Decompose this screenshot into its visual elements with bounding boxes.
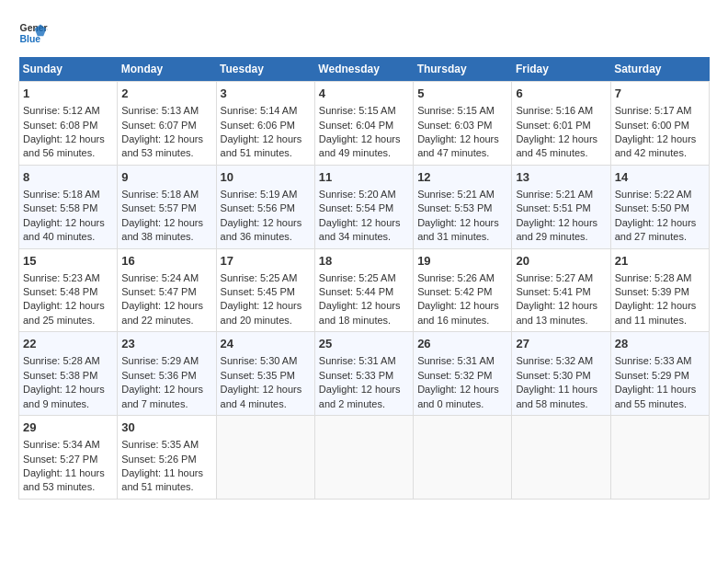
calendar-cell-day-7: 7Sunrise: 5:17 AM Sunset: 6:00 PM Daylig… [610, 82, 709, 166]
calendar-cell-day-17: 17Sunrise: 5:25 AM Sunset: 5:45 PM Dayli… [216, 248, 314, 332]
day-info: Sunrise: 5:28 AM Sunset: 5:39 PM Dayligh… [615, 271, 705, 328]
day-info: Sunrise: 5:35 AM Sunset: 5:26 PM Dayligh… [121, 438, 211, 495]
calendar-cell-day-3: 3Sunrise: 5:14 AM Sunset: 6:06 PM Daylig… [216, 82, 314, 166]
weekday-header-monday: Monday [118, 57, 216, 82]
day-number: 26 [417, 336, 507, 352]
calendar-cell-day-19: 19Sunrise: 5:26 AM Sunset: 5:42 PM Dayli… [414, 248, 512, 332]
day-info: Sunrise: 5:15 AM Sunset: 6:03 PM Dayligh… [417, 104, 507, 161]
day-number: 30 [121, 419, 211, 436]
calendar-cell-day-26: 26Sunrise: 5:31 AM Sunset: 5:32 PM Dayli… [414, 332, 512, 416]
calendar-cell-day-27: 27Sunrise: 5:32 AM Sunset: 5:30 PM Dayli… [512, 332, 610, 416]
day-number: 4 [319, 86, 409, 102]
weekday-header-wednesday: Wednesday [314, 57, 413, 82]
weekday-header-saturday: Saturday [610, 57, 709, 82]
day-info: Sunrise: 5:21 AM Sunset: 5:53 PM Dayligh… [417, 188, 507, 245]
calendar-cell-day-10: 10Sunrise: 5:19 AM Sunset: 5:56 PM Dayli… [216, 165, 314, 248]
calendar-cell-day-1: 1Sunrise: 5:12 AM Sunset: 6:08 PM Daylig… [19, 82, 118, 166]
day-info: Sunrise: 5:34 AM Sunset: 5:27 PM Dayligh… [23, 438, 113, 495]
day-info: Sunrise: 5:29 AM Sunset: 5:36 PM Dayligh… [121, 354, 211, 411]
calendar-cell-day-18: 18Sunrise: 5:25 AM Sunset: 5:44 PM Dayli… [314, 248, 413, 332]
day-number: 29 [23, 419, 113, 436]
calendar-cell-day-5: 5Sunrise: 5:15 AM Sunset: 6:03 PM Daylig… [414, 82, 512, 166]
calendar-row-2: 8Sunrise: 5:18 AM Sunset: 5:58 PM Daylig… [19, 165, 710, 248]
day-info: Sunrise: 5:32 AM Sunset: 5:30 PM Dayligh… [516, 354, 606, 411]
logo: General Blue [18, 18, 48, 48]
calendar-cell-day-30: 30Sunrise: 5:35 AM Sunset: 5:26 PM Dayli… [118, 416, 216, 500]
day-info: Sunrise: 5:25 AM Sunset: 5:45 PM Dayligh… [221, 271, 311, 328]
day-info: Sunrise: 5:26 AM Sunset: 5:42 PM Dayligh… [417, 271, 507, 328]
day-info: Sunrise: 5:12 AM Sunset: 6:08 PM Dayligh… [23, 104, 113, 161]
day-info: Sunrise: 5:23 AM Sunset: 5:48 PM Dayligh… [23, 271, 113, 328]
calendar-cell-day-16: 16Sunrise: 5:24 AM Sunset: 5:47 PM Dayli… [118, 248, 216, 332]
empty-cell [314, 416, 413, 500]
calendar-cell-day-23: 23Sunrise: 5:29 AM Sunset: 5:36 PM Dayli… [118, 332, 216, 416]
day-number: 10 [221, 169, 311, 186]
weekday-header-sunday: Sunday [19, 57, 118, 82]
day-info: Sunrise: 5:21 AM Sunset: 5:51 PM Dayligh… [516, 188, 606, 245]
day-number: 14 [615, 169, 705, 186]
day-number: 13 [516, 169, 606, 186]
day-info: Sunrise: 5:25 AM Sunset: 5:44 PM Dayligh… [319, 271, 409, 328]
calendar-cell-day-21: 21Sunrise: 5:28 AM Sunset: 5:39 PM Dayli… [610, 248, 709, 332]
day-number: 1 [23, 86, 113, 102]
day-number: 3 [221, 86, 311, 102]
calendar-cell-day-2: 2Sunrise: 5:13 AM Sunset: 6:07 PM Daylig… [118, 82, 216, 166]
day-number: 9 [121, 169, 211, 186]
day-number: 17 [221, 253, 311, 270]
day-info: Sunrise: 5:24 AM Sunset: 5:47 PM Dayligh… [121, 271, 211, 328]
day-number: 23 [121, 336, 211, 352]
day-info: Sunrise: 5:31 AM Sunset: 5:33 PM Dayligh… [319, 354, 409, 411]
logo-icon: General Blue [18, 18, 48, 48]
calendar-row-4: 22Sunrise: 5:28 AM Sunset: 5:38 PM Dayli… [19, 332, 710, 416]
day-number: 8 [23, 169, 113, 186]
day-info: Sunrise: 5:18 AM Sunset: 5:58 PM Dayligh… [23, 188, 113, 245]
calendar-cell-day-28: 28Sunrise: 5:33 AM Sunset: 5:29 PM Dayli… [610, 332, 709, 416]
empty-cell [610, 416, 709, 500]
day-number: 27 [516, 336, 606, 352]
calendar-cell-day-15: 15Sunrise: 5:23 AM Sunset: 5:48 PM Dayli… [19, 248, 118, 332]
day-info: Sunrise: 5:14 AM Sunset: 6:06 PM Dayligh… [221, 104, 311, 161]
day-info: Sunrise: 5:33 AM Sunset: 5:29 PM Dayligh… [615, 354, 705, 411]
page-header: General Blue [18, 18, 710, 48]
calendar-table: SundayMondayTuesdayWednesdayThursdayFrid… [18, 57, 710, 500]
day-number: 5 [417, 86, 507, 102]
day-info: Sunrise: 5:15 AM Sunset: 6:04 PM Dayligh… [319, 104, 409, 161]
calendar-cell-day-4: 4Sunrise: 5:15 AM Sunset: 6:04 PM Daylig… [314, 82, 413, 166]
day-number: 18 [319, 253, 409, 270]
calendar-cell-day-9: 9Sunrise: 5:18 AM Sunset: 5:57 PM Daylig… [118, 165, 216, 248]
day-info: Sunrise: 5:31 AM Sunset: 5:32 PM Dayligh… [417, 354, 507, 411]
calendar-cell-day-29: 29Sunrise: 5:34 AM Sunset: 5:27 PM Dayli… [19, 416, 118, 500]
day-number: 16 [121, 253, 211, 270]
empty-cell [216, 416, 314, 500]
day-info: Sunrise: 5:17 AM Sunset: 6:00 PM Dayligh… [615, 104, 705, 161]
calendar-cell-day-11: 11Sunrise: 5:20 AM Sunset: 5:54 PM Dayli… [314, 165, 413, 248]
calendar-cell-day-24: 24Sunrise: 5:30 AM Sunset: 5:35 PM Dayli… [216, 332, 314, 416]
day-number: 12 [417, 169, 507, 186]
weekday-header-row: SundayMondayTuesdayWednesdayThursdayFrid… [19, 57, 710, 82]
day-number: 24 [221, 336, 311, 352]
weekday-header-friday: Friday [512, 57, 610, 82]
day-number: 6 [516, 86, 606, 102]
calendar-cell-day-20: 20Sunrise: 5:27 AM Sunset: 5:41 PM Dayli… [512, 248, 610, 332]
day-info: Sunrise: 5:20 AM Sunset: 5:54 PM Dayligh… [319, 188, 409, 245]
day-number: 21 [615, 253, 705, 270]
weekday-header-tuesday: Tuesday [216, 57, 314, 82]
day-info: Sunrise: 5:18 AM Sunset: 5:57 PM Dayligh… [121, 188, 211, 245]
calendar-cell-day-8: 8Sunrise: 5:18 AM Sunset: 5:58 PM Daylig… [19, 165, 118, 248]
day-number: 19 [417, 253, 507, 270]
calendar-row-3: 15Sunrise: 5:23 AM Sunset: 5:48 PM Dayli… [19, 248, 710, 332]
calendar-cell-day-13: 13Sunrise: 5:21 AM Sunset: 5:51 PM Dayli… [512, 165, 610, 248]
weekday-header-thursday: Thursday [414, 57, 512, 82]
empty-cell [414, 416, 512, 500]
day-number: 20 [516, 253, 606, 270]
day-info: Sunrise: 5:27 AM Sunset: 5:41 PM Dayligh… [516, 271, 606, 328]
day-number: 7 [615, 86, 705, 102]
day-number: 11 [319, 169, 409, 186]
day-info: Sunrise: 5:19 AM Sunset: 5:56 PM Dayligh… [221, 188, 311, 245]
calendar-cell-day-6: 6Sunrise: 5:16 AM Sunset: 6:01 PM Daylig… [512, 82, 610, 166]
calendar-cell-day-22: 22Sunrise: 5:28 AM Sunset: 5:38 PM Dayli… [19, 332, 118, 416]
day-number: 22 [23, 336, 113, 352]
calendar-cell-day-25: 25Sunrise: 5:31 AM Sunset: 5:33 PM Dayli… [314, 332, 413, 416]
day-info: Sunrise: 5:28 AM Sunset: 5:38 PM Dayligh… [23, 354, 113, 411]
day-number: 25 [319, 336, 409, 352]
